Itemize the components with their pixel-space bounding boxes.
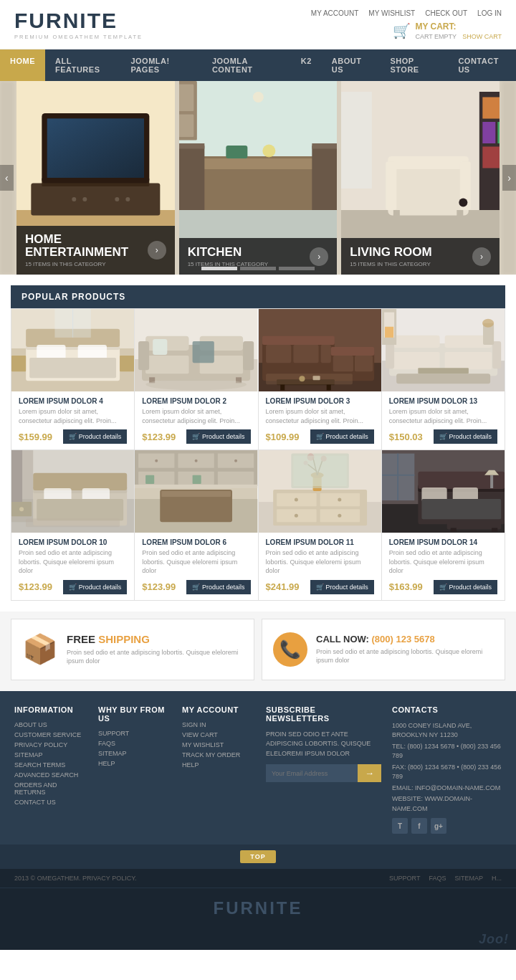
footer-link-view-cart[interactable]: VIEW CART: [182, 731, 255, 738]
hero-subtitle-3: 15 ITEMS IN THIS CATEGORY: [350, 261, 431, 267]
nav-item-contact-us[interactable]: CONTACT US: [448, 49, 516, 81]
my-wishlist-link[interactable]: MY WISHLIST: [368, 9, 415, 17]
svg-rect-133: [193, 475, 201, 484]
svg-rect-7: [47, 119, 144, 179]
footer-link-help-account[interactable]: HELP: [182, 761, 255, 769]
product-btn-3[interactable]: 🛒 Product details: [310, 429, 374, 444]
footer-col-title-contacts: CONTACTS: [392, 705, 502, 714]
footer-col-title-information: INFORMATION: [14, 705, 87, 714]
nav-item-all-features[interactable]: ALL FEATURES: [45, 49, 120, 81]
product-btn-7[interactable]: 🛒 Product details: [310, 580, 374, 594]
cart-status: CART EMPTY: [415, 33, 457, 40]
footer-link-privacy-policy[interactable]: PRIVACY POLICY: [14, 741, 87, 748]
my-account-link[interactable]: MY ACCOUNT: [311, 9, 359, 17]
popular-products-section: POPULAR PRODUCTS: [11, 285, 505, 601]
svg-rect-22: [179, 85, 194, 112]
nav-item-k2[interactable]: K2: [291, 49, 322, 81]
hero-slide-3[interactable]: LIVING ROOM 15 ITEMS IN THIS CATEGORY ›: [341, 81, 500, 275]
show-cart-link[interactable]: SHOW CART: [462, 33, 502, 40]
dot-2[interactable]: [240, 267, 276, 270]
product-btn-2[interactable]: 🛒 Product details: [186, 429, 250, 444]
product-desc-6: Proin sed odio et ante adipiscing lobort…: [142, 548, 250, 576]
social-facebook[interactable]: f: [411, 818, 427, 834]
footer-link-track-order[interactable]: TRACK MY ORDER: [182, 751, 255, 758]
nav-item-shop-store[interactable]: SHOP STORE: [380, 49, 448, 81]
footer-link-sign-in[interactable]: SIGN IN: [182, 721, 255, 728]
svg-point-123: [195, 460, 198, 462]
product-btn-6[interactable]: 🛒 Product details: [186, 580, 250, 594]
svg-rect-129: [135, 485, 257, 488]
login-link[interactable]: LOG IN: [477, 9, 502, 17]
promo-shipping-title: FREE SHIPPING: [67, 633, 243, 645]
footer-link-my-wishlist[interactable]: MY WISHLIST: [182, 741, 255, 748]
hero-slide-2[interactable]: KITCHEN 15 ITEMS IN THIS CATEGORY ›: [179, 81, 338, 275]
product-btn-1[interactable]: 🛒 Product details: [63, 429, 127, 444]
footer-link-search-terms[interactable]: SEARCH TERMS: [14, 761, 87, 769]
footer-link-orders-returns[interactable]: ORDERS AND RETURNS: [14, 781, 87, 796]
hero-arrow-btn-3[interactable]: ›: [472, 247, 491, 266]
product-card-1: LOREM IPSUM DOLOR 4 Lorem ipsum dolor si…: [11, 309, 135, 450]
svg-rect-131: [162, 491, 231, 497]
copyright: 2013 © OMEGATHEM. PRIVACY POLICY.: [14, 875, 137, 882]
nav-item-home[interactable]: HOME: [0, 49, 45, 81]
product-btn-8[interactable]: 🛒 Product details: [434, 580, 497, 594]
footer-col-why-buy: WHY BUY FROM US SUPPORT FAQS SITEMAP HEL…: [98, 705, 171, 834]
hero-subtitle-1: 15 ITEMS IN THIS CATEGORY: [25, 261, 128, 267]
checkout-link[interactable]: CHECK OUT: [425, 9, 467, 17]
svg-point-116: [19, 507, 24, 511]
product-image-4: [382, 309, 505, 391]
bottom-link-sitemap[interactable]: SITEMAP: [454, 875, 483, 882]
hero-next-arrow[interactable]: ›: [502, 165, 516, 191]
bottom-link-faqs[interactable]: FAQS: [429, 875, 446, 882]
svg-point-144: [338, 514, 341, 518]
footer-col-contacts: CONTACTS 1000 CONEY ISLAND AVE, BROOKLYN…: [392, 705, 502, 834]
product-btn-4[interactable]: 🛒 Product details: [434, 429, 497, 444]
back-to-top-btn[interactable]: TOP: [240, 850, 275, 863]
hero-arrow-btn-1[interactable]: ›: [148, 241, 166, 260]
svg-rect-103: [385, 327, 393, 338]
bottom-bar: 2013 © OMEGATHEM. PRIVACY POLICY. SUPPOR…: [0, 869, 516, 888]
svg-point-8: [72, 197, 76, 201]
svg-rect-168: [450, 528, 456, 532]
footer-link-customer-service[interactable]: CUSTOMER SERVICE: [14, 731, 87, 738]
svg-point-143: [294, 514, 297, 518]
newsletter-form: →: [266, 764, 381, 782]
product-info-1: LOREM IPSUM DOLOR 4 Lorem ipsum dolor si…: [11, 391, 134, 449]
nav-item-about-us[interactable]: ABOUT US: [322, 49, 381, 81]
footer-link-contact-us[interactable]: CONTACT US: [14, 799, 87, 806]
product-image-3: [259, 309, 381, 391]
hero-slide-1[interactable]: HOMEENTERTAINMENT 15 ITEMS IN THIS CATEG…: [16, 81, 175, 275]
hero-prev-arrow[interactable]: ‹: [0, 165, 14, 191]
footer-link-support[interactable]: SUPPORT: [98, 730, 171, 737]
nav-item-joomla-pages[interactable]: JOOMLA! PAGES: [120, 49, 202, 81]
nav-item-joomla-content[interactable]: JOOMLA CONTENT: [202, 49, 291, 81]
footer-link-about-us[interactable]: ABOUT US: [14, 721, 87, 728]
bottom-link-more[interactable]: H...: [492, 875, 502, 882]
svg-point-10: [115, 197, 119, 201]
contacts-address: 1000 CONEY ISLAND AVE, BROOKLYN NY 11230: [392, 721, 502, 741]
dot-3[interactable]: [279, 267, 315, 270]
svg-rect-38: [388, 156, 469, 169]
promo-shipping-highlight: SHIPPING: [98, 633, 150, 645]
footer-link-help[interactable]: HELP: [98, 760, 171, 767]
footer-link-faqs[interactable]: FAQS: [98, 740, 171, 747]
dot-1[interactable]: [201, 267, 237, 270]
joomla-watermark: Joo!: [479, 932, 509, 947]
svg-rect-78: [333, 356, 353, 371]
social-icons-row: T f g+: [392, 818, 502, 834]
logo-title[interactable]: FURNITE: [14, 9, 143, 33]
header: FURNITE PREMIUM OMEGATHEM TEMPLATE MY AC…: [0, 0, 516, 49]
newsletter-submit-btn[interactable]: →: [358, 764, 381, 782]
footer-link-sitemap-2[interactable]: SITEMAP: [98, 750, 171, 757]
product-info-7: LOREM IPSUM DOLOR 11 Proin sed odio et a…: [259, 533, 381, 600]
footer-link-advanced-search[interactable]: ADVANCED SEARCH: [14, 771, 87, 779]
svg-point-142: [338, 498, 341, 502]
footer-link-sitemap[interactable]: SITEMAP: [14, 751, 87, 758]
bottom-link-support[interactable]: SUPPORT: [389, 875, 420, 882]
social-googleplus[interactable]: g+: [431, 818, 446, 834]
hero-arrow-btn-2[interactable]: ›: [310, 247, 328, 266]
newsletter-input[interactable]: [266, 764, 358, 782]
cart-area[interactable]: 🛒 MY CART: CART EMPTY SHOW CART: [393, 22, 502, 40]
product-btn-5[interactable]: 🛒 Product details: [63, 580, 127, 594]
social-twitter[interactable]: T: [392, 818, 408, 834]
